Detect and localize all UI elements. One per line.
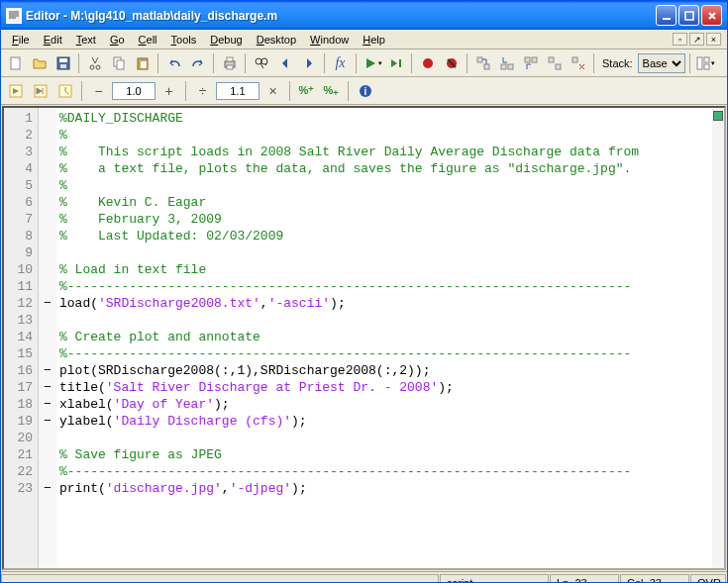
svg-rect-10: [140, 57, 146, 60]
menu-file[interactable]: File: [5, 32, 37, 48]
status-col: Col 33: [620, 574, 689, 584]
breakpoint-icon[interactable]: [416, 52, 439, 74]
open-file-icon[interactable]: [28, 52, 51, 74]
menu-desktop[interactable]: Desktop: [250, 32, 303, 48]
increment-value2-input[interactable]: [216, 82, 260, 100]
window-controls: [656, 5, 722, 26]
svg-rect-31: [704, 64, 709, 69]
cut-icon[interactable]: [83, 52, 106, 74]
back-icon[interactable]: [273, 52, 296, 74]
svg-rect-1: [663, 18, 671, 20]
mdi-undock-icon[interactable]: ↗: [689, 33, 704, 46]
menu-go[interactable]: Go: [103, 32, 132, 48]
svg-rect-23: [508, 64, 513, 69]
menu-window[interactable]: Window: [303, 32, 356, 48]
maximize-button[interactable]: [678, 5, 699, 26]
svg-rect-13: [227, 57, 233, 61]
print-icon[interactable]: [218, 52, 241, 74]
stack-select[interactable]: Base: [638, 53, 685, 73]
status-line: Ln 23: [550, 574, 619, 584]
svg-rect-29: [697, 57, 702, 69]
app-icon: [6, 8, 22, 24]
save-icon[interactable]: [52, 52, 74, 74]
redo-icon[interactable]: [186, 52, 209, 74]
multiply-icon[interactable]: ×: [261, 80, 284, 102]
svg-rect-6: [60, 64, 66, 68]
svg-rect-11: [141, 61, 147, 68]
code-editor[interactable]: %DAILY_DISCHARGE%% This script loads in …: [56, 108, 712, 568]
menu-tools[interactable]: Tools: [164, 32, 204, 48]
stack-label: Stack:: [598, 57, 637, 69]
svg-rect-5: [59, 58, 67, 62]
svg-rect-21: [484, 64, 489, 69]
cell-eval-advance-icon[interactable]: [29, 80, 52, 102]
clear-breakpoint-icon[interactable]: [440, 52, 463, 74]
svg-rect-22: [501, 64, 506, 69]
svg-rect-17: [399, 59, 401, 67]
svg-point-18: [423, 58, 433, 68]
run-advance-icon[interactable]: [384, 52, 407, 74]
svg-rect-28: [572, 57, 577, 62]
cell-eval-icon[interactable]: [4, 80, 27, 102]
mdi-close-icon[interactable]: ×: [706, 33, 721, 46]
close-button[interactable]: [701, 5, 722, 26]
editor-area: 1234567891011121314151617181920212223 −−…: [2, 106, 726, 570]
status-ovr: OVR: [690, 574, 726, 584]
svg-text:i: i: [364, 86, 366, 97]
undo-icon[interactable]: [162, 52, 185, 74]
menu-edit[interactable]: Edit: [37, 32, 69, 48]
window-title: Editor - M:\glg410_matlab\daily_discharg…: [26, 9, 656, 23]
exit-debug-icon[interactable]: [567, 52, 589, 74]
minimize-button[interactable]: [656, 5, 676, 26]
line-number-gutter[interactable]: 1234567891011121314151617181920212223: [4, 108, 39, 568]
copy-icon[interactable]: [107, 52, 130, 74]
layout-icon[interactable]: ▾: [694, 52, 717, 74]
step-in-icon[interactable]: [495, 52, 518, 74]
cell-publish-icon[interactable]: [53, 80, 76, 102]
paste-icon[interactable]: [131, 52, 154, 74]
step-icon[interactable]: [471, 52, 494, 74]
code-analyzer-strip[interactable]: [712, 108, 724, 568]
svg-rect-2: [685, 12, 693, 20]
svg-rect-26: [549, 57, 554, 62]
cell-toolbar: − + ÷ × %⁺ %₊ i: [1, 77, 727, 105]
menu-debug[interactable]: Debug: [203, 32, 249, 48]
menu-cell[interactable]: Cell: [132, 32, 164, 48]
continue-icon[interactable]: [543, 52, 566, 74]
svg-rect-20: [477, 57, 482, 62]
svg-rect-30: [704, 57, 709, 62]
menubar: FileEditTextGoCellToolsDebugDesktopWindo…: [1, 30, 727, 49]
forward-icon[interactable]: [297, 52, 320, 74]
cell-insert-above-icon[interactable]: %⁺: [295, 80, 318, 102]
menubar-mdi-controls: ▫ ↗ ×: [673, 33, 723, 46]
step-out-icon[interactable]: [519, 52, 542, 74]
divide-icon[interactable]: ÷: [191, 80, 214, 102]
svg-rect-24: [525, 57, 530, 62]
decrement-icon[interactable]: −: [87, 80, 110, 102]
breakpoint-gutter[interactable]: −−−−−−: [39, 108, 56, 568]
run-icon[interactable]: ▾: [361, 52, 383, 74]
titlebar[interactable]: Editor - M:\glg410_matlab\daily_discharg…: [1, 1, 727, 30]
new-file-icon[interactable]: [4, 52, 27, 74]
status-filetype: script: [440, 574, 549, 584]
increment-icon[interactable]: +: [157, 80, 180, 102]
statusbar: script Ln 23 Col 33 OVR: [1, 571, 727, 583]
svg-rect-25: [532, 57, 537, 62]
code-ok-indicator: [713, 111, 723, 121]
svg-rect-8: [117, 60, 124, 69]
increment-value1-input[interactable]: [112, 82, 156, 100]
menu-help[interactable]: Help: [356, 32, 392, 48]
svg-rect-27: [556, 64, 561, 69]
status-message: [1, 574, 439, 584]
main-toolbar: fx ▾ Stack: Base ▾: [1, 49, 727, 77]
svg-rect-14: [227, 65, 233, 69]
cell-insert-below-icon[interactable]: %₊: [320, 80, 343, 102]
find-icon[interactable]: [250, 52, 272, 74]
info-icon[interactable]: i: [354, 80, 376, 102]
mdi-dock-icon[interactable]: ▫: [673, 33, 687, 46]
menu-text[interactable]: Text: [69, 32, 103, 48]
function-icon[interactable]: fx: [329, 52, 352, 74]
